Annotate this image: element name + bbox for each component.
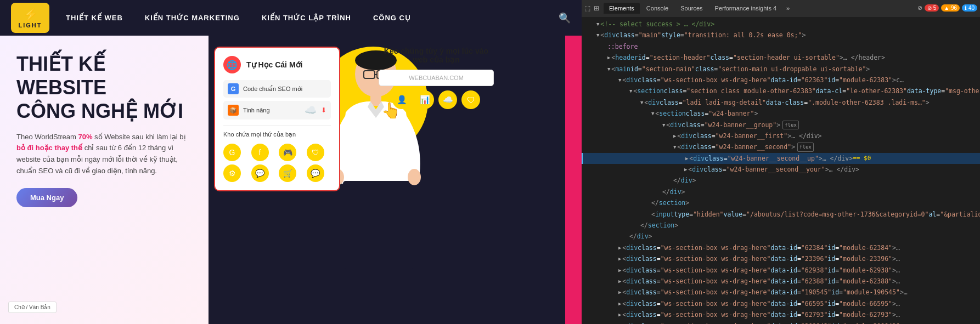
dom-line[interactable]: <div class="ws-section-box ws-drag-here"… [582, 309, 980, 320]
info-badge: ℹ 40 [962, 4, 977, 12]
expand-arrow[interactable] [618, 322, 621, 324]
dom-line[interactable]: <main id="section-main" class="section-m… [582, 64, 980, 75]
tab-console[interactable]: Console [641, 3, 674, 14]
card-item-feature-label: Tinh năng [243, 107, 270, 113]
nav-link-marketing[interactable]: KIẾN THỨC MARKETING [145, 14, 240, 22]
globe-icon: 🌐 [223, 56, 241, 73]
dom-line[interactable]: <!-- select success > … </div> [582, 19, 980, 30]
dom-line[interactable]: <div class="ws-section-box ws-drag-here"… [582, 265, 980, 276]
dom-line-highlighted[interactable]: <div class="w24-banner__second__up" > … … [582, 153, 980, 164]
expand-arrow[interactable] [618, 266, 621, 274]
search-icon[interactable]: 🔍 [559, 12, 571, 24]
dom-line[interactable]: <div class="w24-banner__second__your" > … [582, 164, 980, 175]
drag-card-input[interactable]: WEBCUABAN.COM [379, 70, 494, 86]
dom-line[interactable]: <header id="section-header" class="secti… [582, 52, 980, 63]
expand-arrow[interactable] [684, 166, 687, 173]
expand-arrow[interactable] [673, 132, 676, 140]
svg-point-8 [408, 169, 421, 185]
hero-subtitle: Theo WorldStream 70% số Website sau khi … [16, 132, 192, 177]
grid-icon-8: 💬 [307, 164, 324, 182]
dom-line[interactable]: <div class="ws-section-box ws-drag-here"… [582, 276, 980, 287]
dom-line[interactable]: <section class="w24-banner" > [582, 108, 980, 119]
dom-line[interactable]: <section class="section class module-oth… [582, 86, 980, 96]
card-item-feature: 📦 Tinh năng ☁️ ⬇ [223, 101, 331, 120]
dom-line[interactable]: <div class="w24-banner__second" > flex [582, 141, 980, 152]
tab-elements[interactable]: Elements [604, 3, 640, 14]
dom-line[interactable]: <div class="ladi ladi-msg-detail" data-c… [582, 97, 980, 108]
expand-arrow[interactable] [629, 87, 632, 95]
devtools-icon-2[interactable]: ⊞ [594, 4, 599, 12]
drag-icon-4: 🛡 [461, 90, 480, 109]
flex-badge: flex [797, 143, 814, 151]
dom-line[interactable]: </section> [582, 220, 980, 231]
logo-text: LIGHT [19, 22, 42, 29]
nav-link-programming[interactable]: KIẾN THỨC LẬP TRÌNH [262, 14, 351, 22]
dom-line[interactable]: <div class="main" style="transition: all… [582, 30, 980, 41]
error-badge: ⊘ 5 [925, 4, 939, 12]
tab-sources[interactable]: Sources [675, 3, 708, 14]
expand-arrow[interactable] [618, 255, 621, 263]
nav-link-tools[interactable]: CÔNG CỤ [373, 14, 411, 22]
devtools-panel: ⬚ ⊞ Elements Console Sources Performance… [582, 0, 980, 324]
dom-line[interactable]: <div class="ws-section-box ws-drag-here"… [582, 321, 980, 324]
nav-links: THIẾT KẾ WEB KIẾN THỨC MARKETING KIẾN TH… [66, 14, 542, 22]
dom-line[interactable]: <div class="ws-section-box ws-drag-here"… [582, 242, 980, 253]
dom-line[interactable]: <div class="ws-section-box ws-drag-here"… [582, 75, 980, 86]
dom-line[interactable]: <input type="hidden" value="/aboutus/lis… [582, 209, 980, 220]
dom-line[interactable]: <div class="ws-section-box ws-drag-here"… [582, 253, 980, 264]
expand-arrow[interactable] [618, 277, 621, 285]
dom-line[interactable]: ::before [582, 41, 980, 52]
grid-icon-7: 🛒 [279, 164, 296, 182]
expand-arrow[interactable] [618, 288, 621, 296]
nav-logo: ⚡ LIGHT [11, 3, 49, 33]
expand-arrow[interactable] [651, 110, 654, 117]
expand-arrow[interactable] [618, 311, 621, 319]
grid-icon-fb: f [251, 144, 269, 161]
dom-line[interactable]: </section> [582, 197, 980, 208]
dom-line[interactable]: <div class="w24-banner__first" > … </div… [582, 130, 980, 141]
logo-bolt-icon: ⚡ [23, 8, 38, 22]
nav-link-design[interactable]: THIẾT KẾ WEB [66, 14, 123, 22]
expand-arrow[interactable] [618, 244, 621, 252]
drag-card-label: Kéo chúng tùy ý mọi lúc vào web của bạn [379, 47, 494, 64]
left-section: THIẾT KẾ WEBSITE CÔNG NGHỆ MỚI Theo Worl… [0, 36, 209, 324]
dom-line[interactable]: </div> [582, 186, 980, 197]
expand-arrow[interactable] [673, 143, 676, 151]
card-header: 🌐 Tự Học Cái Mới [223, 56, 331, 73]
expand-arrow[interactable] [662, 121, 665, 129]
card-title: Tự Học Cái Mới [246, 60, 302, 69]
cta-button[interactable]: Mua Ngay [16, 188, 77, 207]
card-icons-grid: G f 🎮 🛡 ⚙ 💬 🛒 💬 [223, 144, 331, 182]
grid-icon-6: 💬 [251, 164, 269, 182]
flex-badge: flex [782, 121, 799, 129]
expand-arrow[interactable] [685, 155, 688, 162]
tab-performance[interactable]: Performance insights 4 [709, 3, 782, 14]
pink-bar [565, 36, 582, 324]
grid-icon-4: 🛡 [307, 144, 324, 161]
feature-icon: 📦 [228, 105, 239, 116]
expand-arrow[interactable] [618, 300, 621, 308]
devtools-icon-1[interactable]: ⬚ [584, 4, 590, 12]
expand-arrow[interactable] [596, 31, 599, 39]
grid-icon-3: 🎮 [279, 144, 296, 161]
hero-title: THIẾT KẾ WEBSITE CÔNG NGHỆ MỚI [16, 52, 192, 123]
devtools-dom-content[interactable]: <!-- select success > … </div> <div clas… [582, 16, 980, 324]
tab-more[interactable]: » [783, 3, 793, 14]
grid-icon-g: G [223, 144, 241, 161]
dom-line[interactable]: <div class="ws-section-box ws-drag-here"… [582, 298, 980, 309]
expand-arrow[interactable] [607, 65, 610, 73]
expand-arrow[interactable] [640, 99, 643, 106]
dom-line[interactable]: </div> [582, 231, 980, 242]
expand-arrow[interactable] [596, 20, 599, 28]
devtools-tabs: ⬚ ⊞ Elements Console Sources Performance… [582, 0, 980, 16]
center-card: 🌐 Tự Học Cái Mới G Code chuẩn SEO mới 📦 … [214, 47, 340, 191]
drag-card: Kéo chúng tùy ý mọi lúc vào web của bạn … [379, 47, 494, 109]
dom-line[interactable]: <div class="w24-banner__group" > flex [582, 120, 980, 130]
grid-icon-5: ⚙ [223, 164, 241, 182]
card-storage-label: Kho chứa mọi thứ của bạn [223, 131, 331, 138]
dom-line[interactable]: </div> [582, 175, 980, 186]
dom-line[interactable]: <div class="ws-section-box ws-drag-here"… [582, 287, 980, 298]
nav-bar: ⚡ LIGHT THIẾT KẾ WEB KIẾN THỨC MARKETING… [0, 0, 582, 36]
expand-arrow[interactable] [618, 76, 621, 84]
expand-arrow[interactable] [607, 54, 610, 61]
